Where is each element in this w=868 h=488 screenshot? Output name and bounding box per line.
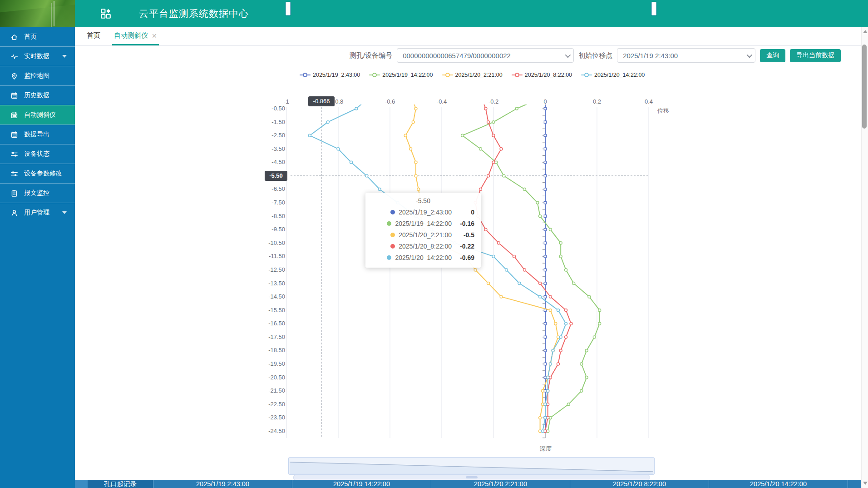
depth-axis-label: -24.50 — [268, 428, 285, 434]
tab-inclinometer-label: 自动测斜仪 — [114, 31, 148, 40]
sidebar-item-label: 首页 — [24, 33, 37, 41]
x-axis-tick-label: 0 — [543, 98, 547, 105]
series-line-3 — [475, 102, 571, 431]
sidebar-item-1[interactable]: 实时数据 — [0, 46, 75, 66]
home-icon — [10, 33, 18, 41]
chevron-down-icon — [565, 52, 571, 58]
calendar-icon — [10, 92, 18, 100]
legend-item-1[interactable]: 2025/1/19_14:22:00 — [369, 72, 433, 78]
depth-axis-label: -17.50 — [268, 334, 285, 340]
datazoom-right-handle[interactable] — [651, 2, 656, 15]
sliders-icon — [10, 150, 18, 158]
sidebar-item-2[interactable]: 监控地图 — [0, 66, 75, 85]
legend-label: 2025/1/19_14:22:00 — [382, 72, 433, 78]
sidebar-item-6[interactable]: 设备状态 — [0, 144, 75, 164]
legend-marker — [369, 72, 380, 78]
user-icon — [10, 209, 18, 217]
series-dot-icon — [390, 244, 395, 249]
legend-label: 2025/1/20_8:22:00 — [525, 72, 572, 78]
svg-text:-5.50: -5.50 — [269, 172, 283, 179]
device-select-value: 000000000000657479/0000000022 — [403, 52, 511, 60]
series-markers-1 — [461, 107, 601, 433]
bottom-record-bar: 孔口起记录2025/1/19 2:43:002025/1/19 14:22:00… — [75, 480, 868, 488]
sidebar-item-3[interactable]: 历史数据 — [0, 85, 75, 105]
x-axis-tick-label: -0.2 — [488, 98, 498, 105]
tab-inclinometer[interactable]: 自动测斜仪 ✕ — [112, 27, 159, 45]
sidebar-item-label: 实时数据 — [24, 52, 49, 60]
tooltip-series-name: 2025/1/19_14:22:00 — [395, 220, 452, 227]
legend-item-2[interactable]: 2025/1/20_2:21:00 — [442, 72, 503, 78]
origin-select-value: 2025/1/19 2:43:00 — [623, 52, 678, 60]
tooltip-series-value: -0.69 — [452, 254, 474, 261]
sidebar-item-label: 数据导出 — [24, 130, 49, 139]
calendar-icon — [10, 131, 18, 139]
axis-pointer-x-label: -0.866 — [308, 96, 335, 106]
depth-axis-label: -23.50 — [268, 414, 285, 421]
series-dot-icon — [387, 221, 391, 226]
depth-axis-label: -9.50 — [271, 226, 285, 233]
legend-item-3[interactable]: 2025/1/20_8:22:00 — [512, 72, 572, 78]
scroll-down-icon[interactable] — [863, 482, 868, 485]
tab-bar: 首页 自动测斜仪 ✕ — [75, 27, 868, 46]
chart-legend: 2025/1/19_2:43:002025/1/19_14:22:002025/… — [300, 72, 645, 78]
legend-item-0[interactable]: 2025/1/19_2:43:00 — [300, 72, 360, 78]
series-markers-0 — [544, 107, 546, 432]
datazoom-left-handle[interactable] — [286, 2, 291, 15]
origin-point-select[interactable]: 2025/1/19 2:43:00 — [617, 48, 755, 63]
record-date-cell: 2025/1/19 14:22:00 — [292, 480, 431, 488]
query-button[interactable]: 查询 — [760, 49, 785, 62]
sidebar-item-4[interactable]: 自动测斜仪 — [0, 105, 75, 124]
scroll-up-icon[interactable] — [863, 30, 868, 33]
sidebar-item-8[interactable]: 报文监控 — [0, 183, 75, 203]
sliders-icon — [10, 170, 18, 178]
chart-tooltip: -5.50 2025/1/19_2:43:0002025/1/19_14:22:… — [365, 193, 481, 268]
depth-axis-label: -1.50 — [271, 119, 285, 125]
sidebar-item-label: 监控地图 — [24, 72, 49, 80]
sidebar-item-5[interactable]: 数据导出 — [0, 124, 75, 144]
depth-axis-label: -6.50 — [271, 185, 285, 192]
tooltip-series-value: -0.16 — [452, 220, 474, 227]
legend-label: 2025/1/20_2:21:00 — [455, 72, 503, 78]
sidebar-item-label: 历史数据 — [24, 91, 49, 100]
app-header: 云平台监测系统数据中心 — [75, 0, 868, 27]
sidebar-item-9[interactable]: 用户管理 — [0, 203, 75, 222]
scrollbar-thumb[interactable] — [862, 45, 867, 129]
sidebar-item-label: 用户管理 — [24, 209, 49, 217]
tooltip-row: 2025/1/20_8:22:00-0.22 — [372, 240, 474, 252]
app-root: { "header": { "title": "云平台监测系统数据中心", "l… — [0, 0, 868, 488]
depth-axis-label: -15.50 — [268, 307, 285, 314]
depth-axis-label: -18.50 — [268, 347, 285, 354]
series-markers-3 — [474, 107, 572, 433]
x-axis-tick-label: 0.2 — [593, 98, 601, 105]
bottom-bar-lead — [75, 480, 88, 488]
series-markers-4 — [308, 107, 567, 433]
legend-item-4[interactable]: 2025/1/20_14:22:00 — [581, 72, 645, 78]
datazoom-slider[interactable] — [288, 457, 655, 475]
sidebar-item-0[interactable]: 首页 — [0, 27, 75, 46]
series-dot-icon — [387, 255, 391, 260]
device-select-label: 测孔/设备编号 — [350, 51, 392, 60]
depth-axis-label: -22.50 — [268, 401, 285, 408]
depth-axis-label: -8.50 — [271, 213, 285, 219]
tooltip-series-value: 0 — [452, 209, 474, 216]
tooltip-series-name: 2025/1/20_8:22:00 — [399, 243, 452, 250]
tab-home-label: 首页 — [87, 31, 100, 40]
depth-axis-label: -11.50 — [269, 253, 285, 259]
origin-select-label: 初始位移点 — [578, 51, 612, 60]
tab-close-icon[interactable]: ✕ — [152, 32, 157, 40]
sidebar-photo — [0, 0, 75, 27]
depth-axis-label: -10.50 — [268, 239, 285, 246]
tooltip-row: 2025/1/20_14:22:00-0.69 — [372, 252, 474, 263]
axis-pointer-y-label: -5.50 — [265, 171, 287, 181]
datazoom-grip[interactable] — [466, 476, 478, 478]
device-select[interactable]: 000000000000657479/0000000022 — [397, 48, 574, 63]
depth-axis-label: -14.50 — [268, 293, 285, 300]
tooltip-series-value: -0.22 — [452, 243, 474, 250]
depth-axis-label: -16.50 — [268, 320, 285, 327]
sidebar-item-7[interactable]: 设备参数修改 — [0, 164, 75, 183]
export-data-button[interactable]: 导出当前数据 — [790, 49, 841, 62]
depth-axis-label: -20.50 — [268, 374, 285, 381]
tooltip-row: 2025/1/20_2:21:00-0.5 — [372, 229, 474, 240]
legend-label: 2025/1/19_2:43:00 — [313, 72, 360, 78]
tab-home[interactable]: 首页 — [85, 27, 102, 45]
